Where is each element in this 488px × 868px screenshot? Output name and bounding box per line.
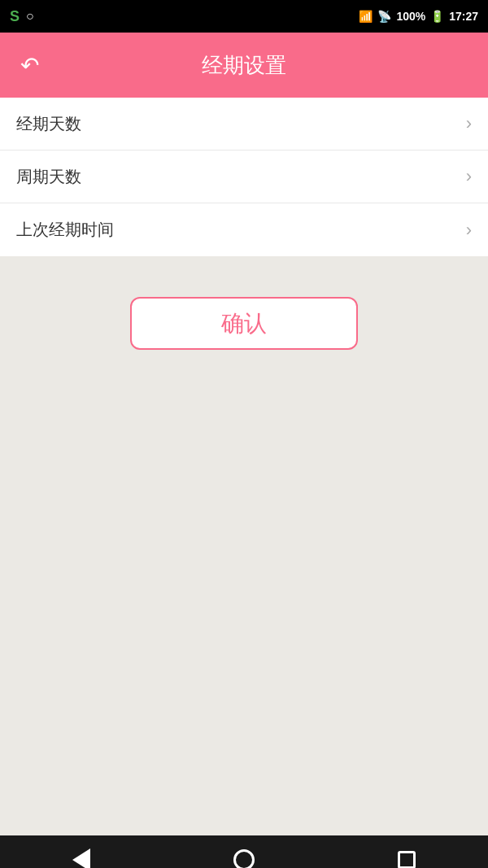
battery-percent: 100% (396, 10, 425, 23)
s-icon: S (10, 8, 20, 25)
chevron-right-icon-cycle-days: › (466, 166, 472, 187)
nav-home-icon (233, 849, 255, 868)
confirm-button[interactable]: 确认 (130, 297, 358, 350)
nav-back-icon (72, 848, 90, 868)
nav-recent-button[interactable] (386, 840, 427, 868)
back-arrow-icon: ↶ (20, 52, 39, 79)
signal-icon: 📶 (359, 10, 373, 23)
settings-list: 经期天数 › 周期天数 › 上次经期时间 › (0, 98, 488, 256)
page-title: 经期设置 (202, 51, 286, 80)
status-bar: S ○ 📶 📡 100% 🔋 17:27 (0, 0, 488, 33)
circle-icon: ○ (26, 9, 34, 24)
settings-item-last-period[interactable]: 上次经期时间 › (0, 203, 488, 256)
wifi-icon: 📡 (377, 10, 391, 23)
period-days-label: 经期天数 (16, 113, 81, 135)
settings-item-cycle-days[interactable]: 周期天数 › (0, 150, 488, 203)
confirm-button-label: 确认 (221, 308, 267, 339)
status-left-icons: S ○ (10, 8, 34, 25)
battery-icon: 🔋 (430, 10, 444, 23)
last-period-label: 上次经期时间 (16, 219, 114, 241)
status-right-icons: 📶 📡 100% 🔋 17:27 (359, 10, 478, 23)
chevron-right-icon-last-period: › (466, 220, 472, 241)
cycle-days-label: 周期天数 (16, 166, 81, 188)
header: ↶ 经期设置 (0, 33, 488, 98)
settings-item-period-days[interactable]: 经期天数 › (0, 98, 488, 150)
app-container: ↶ 经期设置 经期天数 › 周期天数 › 上次经期时间 › 确认 (0, 33, 488, 835)
chevron-right-icon-period-days: › (466, 113, 472, 134)
nav-back-button[interactable] (61, 840, 102, 868)
content-area: 确认 (0, 256, 488, 835)
nav-home-button[interactable] (224, 840, 264, 868)
nav-recent-icon (398, 851, 416, 868)
time-display: 17:27 (449, 10, 478, 23)
back-button[interactable]: ↶ (13, 49, 46, 81)
nav-bar (0, 835, 488, 868)
